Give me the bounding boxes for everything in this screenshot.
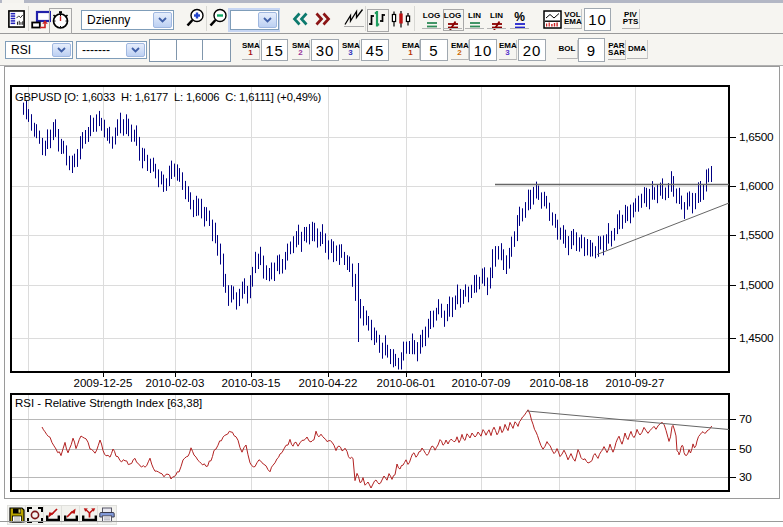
svg-text:2010-07-09: 2010-07-09 <box>452 377 511 389</box>
svg-text:1,6500: 1,6500 <box>739 130 774 144</box>
svg-text:2010-02-03: 2010-02-03 <box>146 377 205 389</box>
svg-text:GBPUSD [O: 1,6033 H: 1,6177: GBPUSD [O: 1,6033 H: 1,6177 L: 1,6006 C:… <box>15 91 322 103</box>
svg-text:1,6000: 1,6000 <box>739 179 774 193</box>
svg-text:2010-03-15: 2010-03-15 <box>222 377 281 389</box>
svg-text:1,4500: 1,4500 <box>739 331 774 345</box>
svg-text:70: 70 <box>739 412 752 426</box>
svg-text:RSI - Relative Strength Index: RSI - Relative Strength Index [63,38] <box>15 397 202 409</box>
svg-text:1,5000: 1,5000 <box>739 278 774 292</box>
svg-text:2010-04-22: 2010-04-22 <box>299 377 358 389</box>
svg-text:2010-08-18: 2010-08-18 <box>530 377 589 389</box>
svg-text:2010-09-27: 2010-09-27 <box>606 377 665 389</box>
svg-text:2009-12-25: 2009-12-25 <box>74 377 133 389</box>
svg-text:30: 30 <box>739 470 752 484</box>
svg-text:2010-06-01: 2010-06-01 <box>377 377 436 389</box>
svg-text:1,5500: 1,5500 <box>739 228 774 242</box>
svg-text:50: 50 <box>739 442 752 456</box>
